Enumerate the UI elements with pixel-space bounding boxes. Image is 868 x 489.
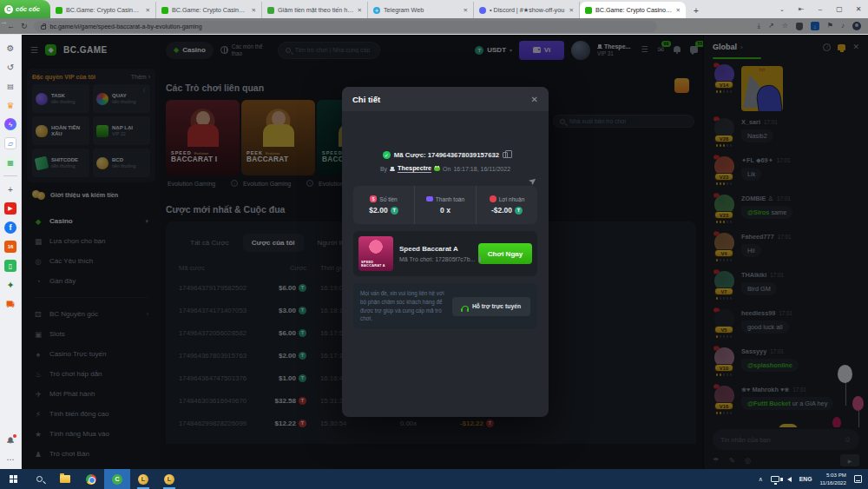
- ldplayer-icon-2[interactable]: L: [156, 469, 182, 489]
- youtube-icon[interactable]: ▶: [4, 202, 16, 215]
- stat-payout: Thanh toán0 x: [414, 186, 476, 224]
- modal-close-icon[interactable]: ✕: [531, 95, 538, 104]
- bet-author-name[interactable]: Thespectre: [398, 164, 431, 173]
- settings-gear-icon[interactable]: ⚙: [4, 42, 16, 54]
- coccoc-taskbar-icon[interactable]: C: [104, 469, 130, 489]
- volume-icon[interactable]: [787, 477, 792, 482]
- file-explorer-icon[interactable]: [52, 469, 78, 489]
- ldplayer-icon[interactable]: L: [130, 469, 156, 489]
- stat-profit: Lợi nhuận-$2.00T: [476, 186, 537, 224]
- tab-close-icon[interactable]: ✕: [464, 7, 468, 14]
- tab-strip: BC.Game: Crypto Casino Gam✕BC.Game: Cryp…: [50, 2, 686, 18]
- vip-hat-icon: [390, 167, 395, 171]
- play-now-button[interactable]: Chơi Ngay: [478, 243, 532, 264]
- tab-title: BC.Game: Crypto Casino Gam: [66, 6, 142, 14]
- new-tab-button[interactable]: +: [689, 3, 703, 17]
- tab-title: Telegram Web: [384, 6, 460, 14]
- browser-tab[interactable]: Giảm tiền mặt theo tiến hóa✕: [262, 2, 368, 18]
- browser-tab[interactable]: ✈Telegram Web✕: [368, 2, 474, 18]
- forward-button[interactable]: →: [0, 18, 868, 34]
- chrome-icon[interactable]: [78, 469, 104, 489]
- tray-expand-icon[interactable]: ∧: [759, 476, 763, 483]
- payout-icon: [426, 196, 433, 202]
- notifications-bell-icon[interactable]: 🔔︎: [4, 434, 16, 446]
- stat-value: 0 x: [440, 206, 450, 215]
- calendar-icon[interactable]: 16: [4, 241, 16, 253]
- copy-icon[interactable]: [503, 152, 508, 158]
- stat-label: Thanh toán: [436, 196, 464, 202]
- profit-icon: [490, 195, 496, 202]
- tab-close-icon[interactable]: ✕: [358, 7, 362, 14]
- rail-divider: [3, 175, 17, 176]
- game-row: SPEEDBACCARAT A Speed Baccarat A Mã Trò …: [353, 231, 537, 276]
- messenger-icon[interactable]: ϟ: [4, 118, 16, 130]
- screen: C cốc cốc BC.Game: Crypto Casino Gam✕BC.…: [0, 0, 868, 489]
- browser-tabbar: C cốc cốc BC.Game: Crypto Casino Gam✕BC.…: [0, 0, 868, 18]
- bet-author-row: By Thespectre On 16:17:18, 16/11/2022: [353, 164, 537, 173]
- tab-close-icon[interactable]: ✕: [569, 7, 574, 14]
- tab-favicon: [585, 7, 592, 14]
- language-indicator[interactable]: ENG: [799, 476, 812, 482]
- sidebar-toggle-icon[interactable]: ⇤: [792, 0, 811, 18]
- browser-tab[interactable]: • Discord | #★show-off-you✕: [474, 2, 580, 18]
- tab-title: BC.Game: Crypto Casino Gam: [172, 6, 248, 14]
- stat-value: $2.00: [369, 206, 387, 215]
- modal-title: Chi tiết: [352, 95, 380, 104]
- bcgame-page: ☰ ◆ BC.GAME Đặc quyền VIP của tôi Thêm ›…: [22, 35, 868, 469]
- action-center-icon[interactable]: [854, 475, 862, 483]
- coccoc-menu-button[interactable]: C cốc cốc: [0, 0, 50, 18]
- tab-title: Giảm tiền mặt theo tiến hóa: [278, 6, 354, 14]
- browser-tab[interactable]: BC.Game: Crypto Casino Gam✕: [580, 2, 686, 18]
- facebook-icon[interactable]: f: [4, 221, 16, 234]
- games-icon[interactable]: ▦: [4, 156, 16, 169]
- stat-label: Số tiền: [379, 196, 398, 202]
- stat-label: Lợi nhuận: [499, 196, 525, 202]
- tab-close-icon[interactable]: ✕: [252, 7, 256, 14]
- tab-favicon: ✈: [373, 7, 380, 14]
- game-thumbnail: SPEEDBACCARAT A: [358, 236, 393, 271]
- tab-favicon: [479, 7, 486, 14]
- tab-close-icon[interactable]: ✕: [676, 7, 681, 14]
- windows-taskbar: C L L ∧ ENG 5:03 PM11/16/2022: [0, 469, 868, 489]
- bet-stats: $Số tiền$2.00TThanh toán0 xLợi nhuận-$2.…: [353, 186, 537, 224]
- start-button[interactable]: [0, 469, 26, 489]
- usdt-coin-icon: T: [391, 207, 398, 215]
- stat-value: -$2.00: [491, 206, 512, 215]
- more-icon[interactable]: ⋯: [4, 453, 16, 466]
- bet-timestamp: 16:17:18, 16/11/2022: [453, 166, 510, 172]
- usdt-coin-icon: T: [515, 207, 523, 215]
- browser-side-rail: ⚙ ↺ ▤ ♛ ϟ ▱ ▦ + ▶ f 16 ▯ ✦ ⛟ 🔔︎ ⋯: [0, 35, 22, 469]
- copy-icon[interactable]: [479, 256, 481, 262]
- tab-close-icon[interactable]: ✕: [146, 7, 150, 14]
- address-bar: ← → ↻ bc.game/vi/game/speed-baccarat-a-b…: [0, 18, 868, 35]
- tab-favicon: [267, 7, 274, 14]
- history-icon[interactable]: ↺: [4, 61, 16, 73]
- tab-title: BC.Game: Crypto Casino Gam: [595, 6, 673, 14]
- support-row: Mọi vấn đề, xin vui lòng liên hệ với bộ …: [353, 283, 537, 329]
- tab-search-icon[interactable]: ⌄: [773, 0, 792, 18]
- window-controls: ⌄ ⇤ – ▢ ✕: [773, 0, 868, 18]
- minimize-button[interactable]: –: [811, 0, 830, 18]
- crown-icon[interactable]: ♛: [4, 99, 16, 111]
- support-text: Mọi vấn đề, xin vui lòng liên hệ với bộ …: [360, 289, 445, 323]
- tab-favicon: [161, 7, 168, 14]
- frog-badge-icon: [434, 166, 440, 171]
- education-icon[interactable]: ✦: [4, 279, 16, 291]
- add-shortcut-icon[interactable]: +: [4, 183, 16, 195]
- browser-tab[interactable]: BC.Game: Crypto Casino Gam✕: [50, 2, 156, 18]
- tab-favicon: [56, 7, 62, 14]
- live-support-button[interactable]: Hỗ trợ trực tuyến: [452, 297, 530, 316]
- taskbar-search-icon[interactable]: [26, 469, 52, 489]
- mobile-app-icon[interactable]: ▯: [4, 260, 16, 272]
- maximize-button[interactable]: ▢: [830, 0, 849, 18]
- network-icon[interactable]: [771, 476, 779, 482]
- game-id-row: Mã Trò chơi: 172805f7c7b...: [399, 256, 472, 262]
- taskbar-clock[interactable]: 5:03 PM11/16/2022: [819, 472, 846, 486]
- tab-title: • Discord | #★show-off-you: [490, 6, 566, 14]
- bet-id-text: Mã Cược: 1749643678039157632: [394, 151, 499, 159]
- shopping-cart-icon[interactable]: ⛟: [4, 298, 16, 310]
- chat-app-icon[interactable]: ▱: [4, 137, 16, 149]
- browser-tab[interactable]: BC.Game: Crypto Casino Gam✕: [156, 2, 262, 18]
- reading-list-icon[interactable]: ▤: [4, 80, 16, 92]
- close-window-button[interactable]: ✕: [849, 0, 868, 18]
